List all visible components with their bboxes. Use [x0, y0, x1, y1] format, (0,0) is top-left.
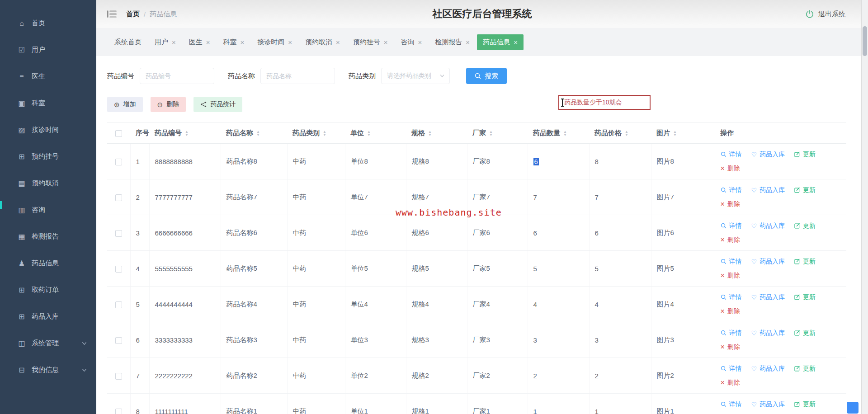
sidebar-item-consult[interactable]: ▥咨询: [0, 197, 96, 223]
stock-in-link[interactable]: ♡ 药品入库: [751, 151, 785, 159]
page-scrollbar[interactable]: [861, 0, 868, 414]
close-icon[interactable]: ×: [384, 39, 388, 46]
sidebar-item-user[interactable]: ☑用户: [0, 37, 96, 63]
tab-system-home[interactable]: 系统首页: [108, 34, 147, 50]
sidebar-item-appointment-register[interactable]: ⊞预约挂号: [0, 143, 96, 170]
update-link[interactable]: 更新: [794, 222, 816, 230]
close-icon[interactable]: ×: [514, 39, 518, 46]
drug-stats-button[interactable]: 药品统计: [193, 97, 242, 112]
detail-link[interactable]: 详情: [721, 329, 742, 337]
sidebar-toggle-icon[interactable]: [107, 9, 118, 19]
update-link[interactable]: 更新: [794, 400, 816, 409]
delete-link[interactable]: × 删除: [721, 343, 740, 351]
sidebar-item-home[interactable]: ⌂首页: [0, 10, 96, 37]
row-checkbox[interactable]: [115, 230, 122, 237]
sort-icon[interactable]: ▲▼: [367, 130, 371, 136]
select-all-checkbox[interactable]: [115, 130, 122, 137]
sort-icon[interactable]: ▲▼: [323, 130, 326, 136]
detail-link[interactable]: 详情: [721, 293, 742, 301]
back-to-top-button[interactable]: [847, 402, 859, 414]
tab-test-report[interactable]: 检测报告×: [429, 34, 476, 50]
sort-icon[interactable]: ▲▼: [489, 130, 493, 136]
tab-user[interactable]: 用户×: [149, 34, 182, 50]
row-checkbox[interactable]: [115, 266, 122, 273]
row-checkbox[interactable]: [115, 301, 122, 308]
tab-appointment-cancel[interactable]: 预约取消×: [299, 34, 346, 50]
sort-icon[interactable]: ▲▼: [625, 130, 628, 136]
stock-in-link[interactable]: ♡ 药品入库: [751, 293, 785, 301]
sort-icon[interactable]: ▲▼: [673, 130, 677, 136]
tab-department[interactable]: 科室×: [217, 34, 250, 50]
tab-doctor[interactable]: 医生×: [183, 34, 216, 50]
tab-appointment-register[interactable]: 预约挂号×: [347, 34, 394, 50]
close-icon[interactable]: ×: [418, 39, 422, 46]
update-link[interactable]: 更新: [794, 293, 816, 301]
delete-link[interactable]: × 删除: [721, 379, 740, 387]
sidebar-item-my-info[interactable]: ⊟我的信息: [0, 357, 96, 383]
detail-link[interactable]: 详情: [721, 365, 742, 373]
row-checkbox[interactable]: [115, 337, 122, 344]
search-button[interactable]: 搜索: [466, 68, 507, 84]
close-icon[interactable]: ×: [466, 39, 470, 46]
stock-in-link[interactable]: ♡ 药品入库: [751, 258, 785, 266]
sidebar-item-drug-info[interactable]: ♟药品信息: [0, 250, 96, 277]
row-checkbox[interactable]: [115, 373, 122, 380]
detail-link[interactable]: 详情: [721, 186, 742, 194]
update-link[interactable]: 更新: [794, 151, 816, 159]
drug-code-input[interactable]: [140, 68, 214, 84]
sidebar-item-reception-time[interactable]: ▨接诊时间: [0, 117, 96, 143]
close-icon[interactable]: ×: [288, 39, 292, 46]
sidebar-item-department[interactable]: ▣科室: [0, 90, 96, 117]
column-header-factory[interactable]: 厂家▲▼: [467, 122, 528, 144]
stock-in-link[interactable]: ♡ 药品入库: [751, 222, 785, 230]
close-icon[interactable]: ×: [336, 39, 340, 46]
delete-link[interactable]: × 删除: [721, 272, 740, 280]
breadcrumb-home[interactable]: 首页: [126, 10, 140, 19]
sort-icon[interactable]: ▲▼: [256, 130, 260, 136]
stock-in-link[interactable]: ♡ 药品入库: [751, 365, 785, 373]
sidebar-item-pickup-order[interactable]: ⊞取药订单: [0, 277, 96, 303]
tab-consult[interactable]: 咨询×: [395, 34, 428, 50]
column-header-name[interactable]: 药品名称▲▼: [221, 122, 287, 144]
column-header-code[interactable]: 药品编号▲▼: [149, 122, 221, 144]
close-icon[interactable]: ×: [206, 39, 210, 46]
column-header-spec[interactable]: 规格▲▼: [406, 122, 467, 144]
close-icon[interactable]: ×: [241, 39, 245, 46]
sort-icon[interactable]: ▲▼: [563, 130, 567, 136]
detail-link[interactable]: 详情: [721, 400, 742, 409]
sidebar-item-test-report[interactable]: ▦检测报告: [0, 223, 96, 250]
stock-in-link[interactable]: ♡ 药品入库: [751, 186, 785, 194]
column-header-unit[interactable]: 单位▲▼: [345, 122, 406, 144]
column-header-image[interactable]: 图片▲▼: [651, 122, 715, 144]
delete-link[interactable]: × 删除: [721, 236, 740, 244]
add-button[interactable]: ⊕ 增加: [107, 97, 143, 112]
sidebar-scroll-thumb[interactable]: [0, 201, 2, 209]
delete-button[interactable]: ⊖ 删除: [151, 97, 186, 112]
update-link[interactable]: 更新: [794, 258, 816, 266]
detail-link[interactable]: 详情: [721, 258, 742, 266]
delete-link[interactable]: × 删除: [721, 307, 740, 315]
drug-name-input[interactable]: [260, 68, 335, 84]
update-link[interactable]: 更新: [794, 186, 816, 194]
row-checkbox[interactable]: [115, 194, 122, 201]
sort-icon[interactable]: ▲▼: [185, 130, 189, 136]
drug-category-select[interactable]: 请选择药品类别: [381, 68, 450, 84]
update-link[interactable]: 更新: [794, 329, 816, 337]
stock-in-link[interactable]: ♡ 药品入库: [751, 329, 785, 337]
column-header-category[interactable]: 药品类别▲▼: [287, 122, 345, 144]
stock-in-link[interactable]: ♡ 药品入库: [751, 400, 785, 409]
close-icon[interactable]: ×: [172, 39, 176, 46]
sidebar-item-drug-stock-in[interactable]: ⊞药品入库: [0, 303, 96, 330]
sort-icon[interactable]: ▲▼: [428, 130, 432, 136]
row-checkbox[interactable]: [115, 159, 122, 165]
column-header-quantity[interactable]: 药品数量▲▼: [528, 122, 589, 144]
row-checkbox[interactable]: [115, 409, 122, 414]
tab-drug-info[interactable]: 药品信息×: [477, 34, 524, 50]
detail-link[interactable]: 详情: [721, 151, 742, 159]
delete-link[interactable]: × 删除: [721, 200, 740, 208]
tab-reception-time[interactable]: 接诊时间×: [251, 34, 298, 50]
delete-link[interactable]: × 删除: [721, 165, 740, 173]
detail-link[interactable]: 详情: [721, 222, 742, 230]
scrollbar-thumb[interactable]: [863, 26, 867, 56]
logout-button[interactable]: 退出系统: [805, 9, 845, 19]
